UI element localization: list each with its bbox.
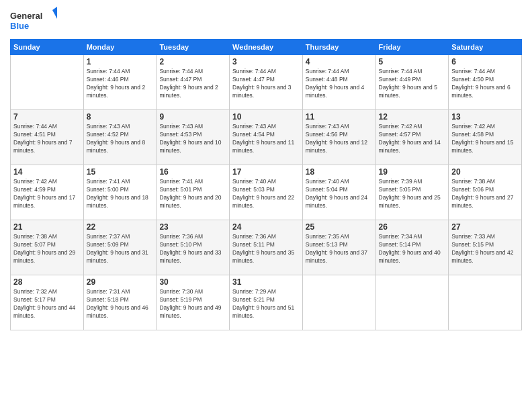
- weekday-header-tuesday: Tuesday: [157, 40, 230, 55]
- day-number: 24: [232, 222, 300, 232]
- day-info: Sunrise: 7:36 AMSunset: 5:10 PMDaylight:…: [159, 233, 226, 265]
- day-info: Sunrise: 7:43 AMSunset: 4:52 PMDaylight:…: [87, 123, 154, 155]
- day-number: 6: [451, 57, 519, 66]
- day-info: Sunrise: 7:44 AMSunset: 4:47 PMDaylight:…: [159, 68, 226, 100]
- day-number: 31: [232, 277, 300, 287]
- day-number: 30: [159, 277, 226, 287]
- day-number: 2: [159, 57, 226, 66]
- day-cell: 15Sunrise: 7:41 AMSunset: 5:00 PMDayligh…: [83, 165, 157, 220]
- day-cell: 24Sunrise: 7:36 AMSunset: 5:11 PMDayligh…: [230, 220, 303, 275]
- day-info: Sunrise: 7:43 AMSunset: 4:56 PMDaylight:…: [306, 123, 373, 155]
- day-number: 4: [306, 57, 373, 66]
- day-number: 15: [87, 167, 154, 177]
- day-info: Sunrise: 7:30 AMSunset: 5:19 PMDaylight:…: [159, 288, 226, 320]
- day-cell: 14Sunrise: 7:42 AMSunset: 4:59 PMDayligh…: [11, 165, 84, 220]
- week-row-1: 1Sunrise: 7:44 AMSunset: 4:46 PMDaylight…: [11, 55, 522, 110]
- day-cell: 30Sunrise: 7:30 AMSunset: 5:19 PMDayligh…: [157, 275, 230, 330]
- day-number: 18: [306, 167, 373, 177]
- day-cell: 19Sunrise: 7:39 AMSunset: 5:05 PMDayligh…: [375, 165, 449, 220]
- day-cell: [449, 275, 522, 330]
- day-cell: 10Sunrise: 7:43 AMSunset: 4:54 PMDayligh…: [230, 110, 303, 165]
- day-cell: 2Sunrise: 7:44 AMSunset: 4:47 PMDaylight…: [157, 55, 230, 110]
- day-info: Sunrise: 7:34 AMSunset: 5:14 PMDaylight:…: [379, 233, 446, 265]
- day-number: 22: [87, 222, 154, 232]
- day-cell: [302, 275, 375, 330]
- day-info: Sunrise: 7:44 AMSunset: 4:49 PMDaylight:…: [379, 68, 446, 100]
- weekday-header-row: SundayMondayTuesdayWednesdayThursdayFrid…: [11, 40, 522, 55]
- day-number: 23: [159, 222, 226, 232]
- day-number: 12: [379, 112, 446, 122]
- day-info: Sunrise: 7:32 AMSunset: 5:17 PMDaylight:…: [13, 288, 81, 320]
- svg-text:Blue: Blue: [10, 21, 29, 31]
- day-cell: 13Sunrise: 7:42 AMSunset: 4:58 PMDayligh…: [449, 110, 522, 165]
- week-row-2: 7Sunrise: 7:44 AMSunset: 4:51 PMDaylight…: [11, 110, 522, 165]
- day-info: Sunrise: 7:40 AMSunset: 5:04 PMDaylight:…: [306, 178, 373, 210]
- day-info: Sunrise: 7:39 AMSunset: 5:05 PMDaylight:…: [379, 178, 446, 210]
- day-number: 10: [232, 112, 300, 122]
- day-number: 13: [451, 112, 519, 122]
- day-number: 1: [87, 57, 154, 66]
- day-cell: 8Sunrise: 7:43 AMSunset: 4:52 PMDaylight…: [83, 110, 157, 165]
- day-cell: 4Sunrise: 7:44 AMSunset: 4:48 PMDaylight…: [302, 55, 375, 110]
- day-info: Sunrise: 7:35 AMSunset: 5:13 PMDaylight:…: [306, 233, 373, 265]
- day-info: Sunrise: 7:44 AMSunset: 4:47 PMDaylight:…: [232, 68, 300, 100]
- day-number: 28: [13, 277, 81, 287]
- day-number: 19: [379, 167, 446, 177]
- day-cell: [11, 55, 84, 110]
- calendar-container: General Blue SundayMondayTuesdayWednesda…: [0, 0, 532, 411]
- day-info: Sunrise: 7:38 AMSunset: 5:07 PMDaylight:…: [13, 233, 81, 265]
- day-number: 27: [451, 222, 519, 232]
- svg-text:General: General: [10, 11, 42, 21]
- day-cell: 17Sunrise: 7:40 AMSunset: 5:03 PMDayligh…: [230, 165, 303, 220]
- day-cell: 7Sunrise: 7:44 AMSunset: 4:51 PMDaylight…: [11, 110, 84, 165]
- day-cell: [375, 275, 449, 330]
- day-cell: 31Sunrise: 7:29 AMSunset: 5:21 PMDayligh…: [230, 275, 303, 330]
- day-cell: 5Sunrise: 7:44 AMSunset: 4:49 PMDaylight…: [375, 55, 449, 110]
- day-number: 8: [87, 112, 154, 122]
- day-info: Sunrise: 7:38 AMSunset: 5:06 PMDaylight:…: [451, 178, 519, 210]
- day-number: 16: [159, 167, 226, 177]
- svg-marker-2: [52, 7, 57, 19]
- day-number: 21: [13, 222, 81, 232]
- day-info: Sunrise: 7:44 AMSunset: 4:46 PMDaylight:…: [87, 68, 154, 100]
- day-info: Sunrise: 7:42 AMSunset: 4:58 PMDaylight:…: [451, 123, 519, 155]
- day-info: Sunrise: 7:36 AMSunset: 5:11 PMDaylight:…: [232, 233, 300, 265]
- week-row-3: 14Sunrise: 7:42 AMSunset: 4:59 PMDayligh…: [11, 165, 522, 220]
- day-info: Sunrise: 7:37 AMSunset: 5:09 PMDaylight:…: [87, 233, 154, 265]
- day-cell: 9Sunrise: 7:43 AMSunset: 4:53 PMDaylight…: [157, 110, 230, 165]
- weekday-header-saturday: Saturday: [449, 40, 522, 55]
- weekday-header-thursday: Thursday: [302, 40, 375, 55]
- week-row-4: 21Sunrise: 7:38 AMSunset: 5:07 PMDayligh…: [11, 220, 522, 275]
- day-cell: 3Sunrise: 7:44 AMSunset: 4:47 PMDaylight…: [230, 55, 303, 110]
- day-cell: 22Sunrise: 7:37 AMSunset: 5:09 PMDayligh…: [83, 220, 157, 275]
- day-info: Sunrise: 7:29 AMSunset: 5:21 PMDaylight:…: [232, 288, 300, 320]
- header: General Blue: [10, 7, 522, 34]
- day-cell: 23Sunrise: 7:36 AMSunset: 5:10 PMDayligh…: [157, 220, 230, 275]
- day-cell: 28Sunrise: 7:32 AMSunset: 5:17 PMDayligh…: [11, 275, 84, 330]
- weekday-header-wednesday: Wednesday: [230, 40, 303, 55]
- day-number: 25: [306, 222, 373, 232]
- day-number: 29: [87, 277, 154, 287]
- day-info: Sunrise: 7:40 AMSunset: 5:03 PMDaylight:…: [232, 178, 300, 210]
- day-info: Sunrise: 7:41 AMSunset: 5:00 PMDaylight:…: [87, 178, 154, 210]
- day-info: Sunrise: 7:44 AMSunset: 4:51 PMDaylight:…: [13, 123, 81, 155]
- day-number: 5: [379, 57, 446, 66]
- day-cell: 25Sunrise: 7:35 AMSunset: 5:13 PMDayligh…: [302, 220, 375, 275]
- day-cell: 18Sunrise: 7:40 AMSunset: 5:04 PMDayligh…: [302, 165, 375, 220]
- day-number: 3: [232, 57, 300, 66]
- day-info: Sunrise: 7:44 AMSunset: 4:50 PMDaylight:…: [451, 68, 519, 100]
- weekday-header-sunday: Sunday: [11, 40, 84, 55]
- logo-svg: General Blue: [10, 7, 57, 34]
- day-info: Sunrise: 7:43 AMSunset: 4:53 PMDaylight:…: [159, 123, 226, 155]
- day-info: Sunrise: 7:42 AMSunset: 4:59 PMDaylight:…: [13, 178, 81, 210]
- day-cell: 6Sunrise: 7:44 AMSunset: 4:50 PMDaylight…: [449, 55, 522, 110]
- day-number: 26: [379, 222, 446, 232]
- day-cell: 26Sunrise: 7:34 AMSunset: 5:14 PMDayligh…: [375, 220, 449, 275]
- day-number: 9: [159, 112, 226, 122]
- day-cell: 16Sunrise: 7:41 AMSunset: 5:01 PMDayligh…: [157, 165, 230, 220]
- day-cell: 12Sunrise: 7:42 AMSunset: 4:57 PMDayligh…: [375, 110, 449, 165]
- day-cell: 27Sunrise: 7:33 AMSunset: 5:15 PMDayligh…: [449, 220, 522, 275]
- day-number: 20: [451, 167, 519, 177]
- day-info: Sunrise: 7:44 AMSunset: 4:48 PMDaylight:…: [306, 68, 373, 100]
- day-cell: 20Sunrise: 7:38 AMSunset: 5:06 PMDayligh…: [449, 165, 522, 220]
